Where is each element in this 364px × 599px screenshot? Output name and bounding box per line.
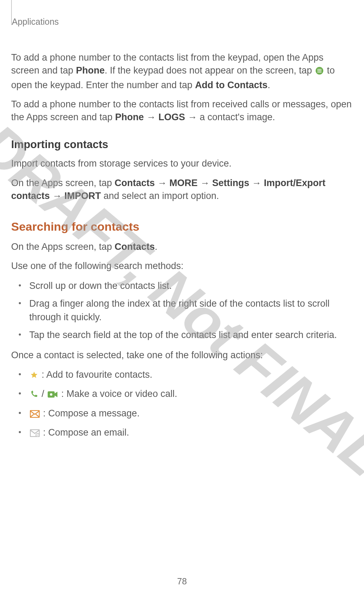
bold-settings: Settings [212,178,250,188]
list-item: Tap the search field at the top of the c… [24,328,353,342]
paragraph-search-open: On the Apps screen, tap Contacts. [11,240,353,253]
search-methods-list: Scroll up or down the contacts list. Dra… [11,279,353,342]
svg-point-9 [320,72,321,73]
bold-logs: LOGS [158,112,185,122]
list-item: Scroll up or down the contacts list. [24,279,353,293]
document-page: Applications To add a phone number to th… [0,0,364,599]
svg-point-1 [317,69,318,70]
arrow: → [185,112,200,122]
arrow: → [155,178,169,188]
bold-contacts: Contacts [114,241,155,252]
text: . [268,80,270,90]
bold-phone: Phone [115,112,144,122]
text: and select an import option. [101,191,219,201]
svg-point-3 [320,69,321,70]
video-icon [48,389,58,402]
phone-icon [30,389,38,402]
arrow: → [144,112,158,122]
text: : Add to favourite contacts. [39,369,152,380]
paragraph-add-from-keypad: To add a phone number to the contacts li… [11,51,353,92]
paragraph-import-intro: Import contacts from storage services to… [11,157,353,170]
heading-searching-for-contacts: Searching for contacts [11,220,353,233]
svg-text:@: @ [36,434,39,437]
page-header: Applications [12,17,353,27]
header-rule [11,0,12,25]
bold-more: MORE [169,178,198,188]
bold-phone: Phone [76,65,105,76]
list-item-email: @ : Compose an email. [24,426,353,441]
paragraph-add-from-logs: To add a phone number to the contacts li… [11,98,353,124]
svg-point-8 [319,72,320,73]
svg-point-5 [319,70,320,71]
keypad-icon [315,66,324,78]
email-icon: @ [30,427,40,441]
list-item: Drag a finger along the index at the rig… [24,297,353,324]
text: : Compose an email. [40,427,129,438]
text: On the Apps screen, tap [11,178,114,188]
svg-point-2 [319,69,320,70]
contact-actions-list: : Add to favourite contacts. / : Make a … [11,368,353,441]
svg-point-7 [317,72,318,73]
list-item-favourite: : Add to favourite contacts. [24,368,353,383]
svg-point-4 [317,70,318,71]
bold-contacts: Contacts [114,178,155,188]
text: : Make a voice or video call. [59,389,177,399]
list-item-call: / : Make a voice or video call. [24,387,353,402]
list-item-message: : Compose a message. [24,407,353,422]
arrow: → [249,178,264,188]
text: a contact's image. [200,112,275,122]
paragraph-actions-intro: Once a contact is selected, take one of … [11,349,353,362]
page-number: 78 [0,576,364,586]
text: . [155,241,158,252]
star-icon [30,369,38,383]
text: : Compose a message. [40,408,140,418]
text: . If the keypad does not appear on the s… [105,65,315,76]
bold-import: IMPORT [64,191,101,201]
arrow: → [50,191,64,201]
paragraph-import-path: On the Apps screen, tap Contacts → MORE … [11,177,353,203]
text: On the Apps screen, tap [11,241,114,252]
arrow: → [198,178,212,188]
heading-importing-contacts: Importing contacts [11,138,353,151]
message-icon [30,408,40,422]
paragraph-search-methods-intro: Use one of the following search methods: [11,260,353,272]
separator: / [39,389,47,399]
svg-point-11 [50,393,52,396]
svg-point-6 [320,70,321,71]
bold-add-to-contacts: Add to Contacts [195,80,268,90]
